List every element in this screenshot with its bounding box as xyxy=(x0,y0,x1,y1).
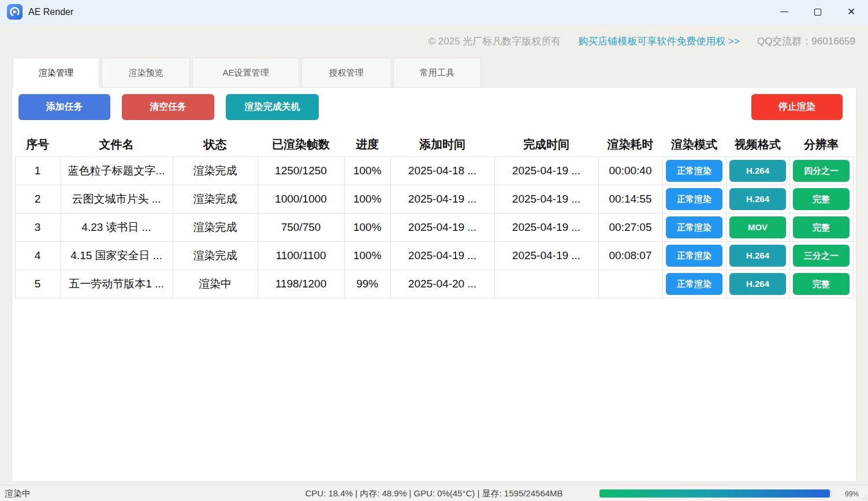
tab-render-preview[interactable]: 渲染预览 xyxy=(102,58,190,88)
video-format-badge[interactable]: H.264 xyxy=(729,160,786,182)
render-mode-badge[interactable]: 正常渲染 xyxy=(666,160,722,182)
minimize-icon xyxy=(780,12,788,12)
cell-duration: 00:14:55 xyxy=(598,185,662,213)
clear-tasks-button[interactable]: 清空任务 xyxy=(122,94,214,120)
resolution-badge[interactable]: 完整 xyxy=(793,188,850,210)
col-header-render-mode: 渲染模式 xyxy=(662,133,726,156)
close-icon: ✕ xyxy=(847,7,855,17)
table-row[interactable]: 4 4.15 国家安全日 ... 渲染完成 1100/1100 100% 202… xyxy=(15,241,853,270)
cell-progress: 100% xyxy=(344,241,390,270)
cell-added-time: 2025-04-19 ... xyxy=(390,185,494,213)
tab-ae-settings[interactable]: AE设置管理 xyxy=(192,58,299,88)
render-mode-badge[interactable]: 正常渲染 xyxy=(666,273,722,295)
render-mode-badge[interactable]: 正常渲染 xyxy=(666,245,722,267)
tab-label: 渲染管理 xyxy=(39,68,73,78)
cell-duration: 00:08:07 xyxy=(598,241,662,270)
video-format-badge[interactable]: H.264 xyxy=(729,273,786,295)
header-strip: © 2025 光厂标凡数字版权所有 购买店铺模板可享软件免费使用权 >> QQ交… xyxy=(0,24,868,58)
copyright-text: © 2025 光厂标凡数字版权所有 xyxy=(429,35,561,48)
cell-status: 渲染中 xyxy=(173,270,258,298)
toolbar: 添加任务 清空任务 渲染完成关机 停止渲染 xyxy=(12,88,856,126)
qq-group-text: QQ交流群：96016659 xyxy=(757,35,855,48)
cell-filename: 4.15 国家安全日 ... xyxy=(60,241,173,270)
cell-progress: 99% xyxy=(344,270,390,298)
app-logo-icon xyxy=(7,4,23,20)
video-format-badge[interactable]: H.264 xyxy=(729,188,786,210)
cell-seq: 3 xyxy=(15,213,60,241)
cell-duration: 00:27:05 xyxy=(598,213,662,241)
resolution-badge[interactable]: 完整 xyxy=(793,273,850,295)
cell-seq: 2 xyxy=(15,185,60,213)
cell-frames: 1250/1250 xyxy=(258,156,344,185)
window-title: AE Render xyxy=(28,7,73,17)
render-state-label: 渲染中 xyxy=(5,488,31,499)
render-mode-badge[interactable]: 正常渲染 xyxy=(666,216,722,238)
cell-frames: 1000/1000 xyxy=(258,185,344,213)
cell-duration xyxy=(598,270,662,298)
render-progress-percent: 99% xyxy=(845,490,859,498)
col-header-status: 状态 xyxy=(173,133,258,156)
cell-progress: 100% xyxy=(344,213,390,241)
col-header-video-format: 视频格式 xyxy=(726,133,789,156)
maximize-button[interactable] xyxy=(801,0,835,24)
table-row[interactable]: 5 五一劳动节版本1 ... 渲染中 1198/1200 99% 2025-04… xyxy=(15,270,853,298)
table-row[interactable]: 1 蓝色粒子标题文字... 渲染完成 1250/1250 100% 2025-0… xyxy=(15,156,853,185)
col-header-completed-time: 完成时间 xyxy=(494,133,598,156)
cell-completed-time: 2025-04-19 ... xyxy=(494,156,598,185)
render-mode-badge[interactable]: 正常渲染 xyxy=(666,188,722,210)
cell-completed-time: 2025-04-19 ... xyxy=(494,241,598,270)
cell-seq: 1 xyxy=(15,156,60,185)
cell-filename: 云图文城市片头 ... xyxy=(60,185,173,213)
cell-frames: 750/750 xyxy=(258,213,344,241)
resolution-badge[interactable]: 完整 xyxy=(793,216,850,238)
titlebar: AE Render ✕ xyxy=(0,0,868,24)
cell-frames: 1198/1200 xyxy=(258,270,344,298)
tab-label: 渲染预览 xyxy=(129,68,163,78)
close-button[interactable]: ✕ xyxy=(835,0,868,24)
cell-filename: 4.23 读书日 ... xyxy=(60,213,173,241)
table-row[interactable]: 3 4.23 读书日 ... 渲染完成 750/750 100% 2025-04… xyxy=(15,213,853,241)
video-format-badge[interactable]: H.264 xyxy=(729,245,786,267)
render-progress-bar xyxy=(599,489,832,498)
status-bar: 渲染中 CPU: 18.4% | 内存: 48.9% | GPU: 0%(45°… xyxy=(0,485,868,501)
cell-seq: 4 xyxy=(15,241,60,270)
tab-label: 常用工具 xyxy=(420,68,455,78)
cell-added-time: 2025-04-19 ... xyxy=(390,241,494,270)
video-format-badge[interactable]: MOV xyxy=(729,216,786,238)
table-row[interactable]: 2 云图文城市片头 ... 渲染完成 1000/1000 100% 2025-0… xyxy=(15,185,853,213)
cell-completed-time: 2025-04-19 ... xyxy=(494,213,598,241)
resolution-badge[interactable]: 四分之一 xyxy=(793,160,850,182)
cell-filename: 蓝色粒子标题文字... xyxy=(60,156,173,185)
table-header-row: 序号 文件名 状态 已渲染帧数 进度 添加时间 完成时间 渲染耗时 渲染模式 视… xyxy=(15,133,853,156)
cell-status: 渲染完成 xyxy=(173,241,258,270)
resolution-badge[interactable]: 三分之一 xyxy=(793,245,850,267)
cell-added-time: 2025-04-19 ... xyxy=(390,213,494,241)
cell-progress: 100% xyxy=(344,185,390,213)
system-stats-label: CPU: 18.4% | 内存: 48.9% | GPU: 0%(45°C) |… xyxy=(305,488,562,499)
cell-progress: 100% xyxy=(344,156,390,185)
col-header-duration: 渲染耗时 xyxy=(598,133,662,156)
col-header-resolution: 分辨率 xyxy=(789,133,853,156)
tab-render-management[interactable]: 渲染管理 xyxy=(13,58,99,88)
minimize-button[interactable] xyxy=(768,0,801,24)
tab-bar: 渲染管理 渲染预览 AE设置管理 授权管理 常用工具 xyxy=(13,58,868,88)
cell-duration: 00:00:40 xyxy=(598,156,662,185)
col-header-progress: 进度 xyxy=(344,133,390,156)
stop-render-button[interactable]: 停止渲染 xyxy=(751,94,843,120)
tab-authorization[interactable]: 授权管理 xyxy=(301,58,391,88)
maximize-icon xyxy=(814,9,821,16)
col-header-added-time: 添加时间 xyxy=(390,133,494,156)
tab-common-tools[interactable]: 常用工具 xyxy=(393,58,481,88)
cell-seq: 5 xyxy=(15,270,60,298)
render-progress-fill xyxy=(599,489,830,498)
tab-label: AE设置管理 xyxy=(222,68,269,78)
shutdown-when-done-button[interactable]: 渲染完成关机 xyxy=(226,94,319,120)
render-task-table: 序号 文件名 状态 已渲染帧数 进度 添加时间 完成时间 渲染耗时 渲染模式 视… xyxy=(15,133,854,298)
resize-grip[interactable] xyxy=(860,493,866,499)
col-header-filename: 文件名 xyxy=(60,133,173,156)
promo-link[interactable]: 购买店铺模板可享软件免费使用权 >> xyxy=(578,35,740,48)
cell-status: 渲染完成 xyxy=(173,213,258,241)
main-panel: 添加任务 清空任务 渲染完成关机 停止渲染 序号 文件名 状态 已渲染帧数 进度… xyxy=(12,87,856,482)
cell-status: 渲染完成 xyxy=(173,156,258,185)
add-task-button[interactable]: 添加任务 xyxy=(18,94,110,120)
